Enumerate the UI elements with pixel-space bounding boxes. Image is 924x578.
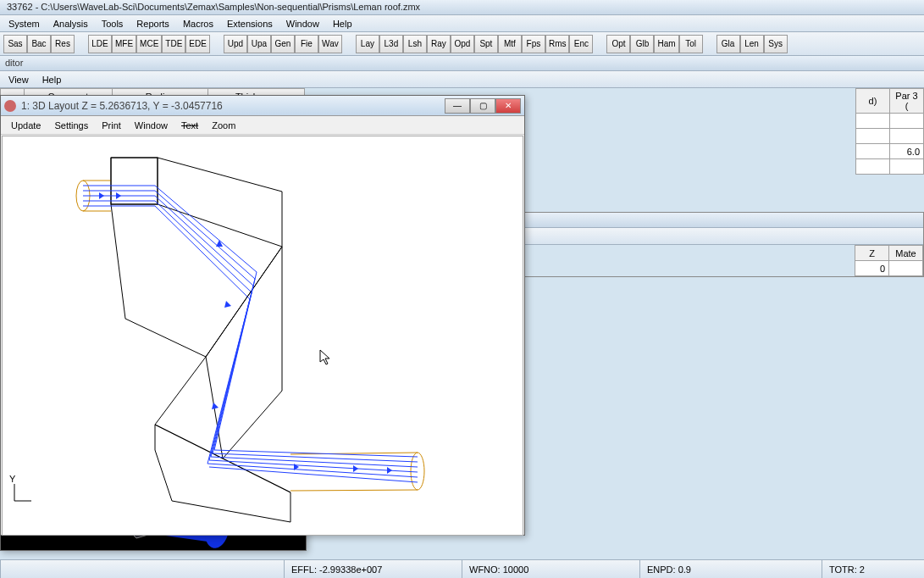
svg-point-20 [411,453,424,490]
toolbar-tde[interactable]: TDE [162,35,185,53]
layout-menu-zoom[interactable]: Zoom [207,119,241,132]
toolbar-lde[interactable]: LDE [88,35,112,53]
lens-menu-view[interactable]: View [3,73,34,86]
lens-menu-help[interactable]: Help [37,73,67,86]
svg-text:Y: Y [9,474,16,484]
menu-tools[interactable]: Tools [97,17,129,31]
status-effl: EFFL: -2.99338e+007 [284,560,462,578]
close-button[interactable]: ✕ [495,98,521,114]
nsc-editor-right-table[interactable]: ZMate 0 [855,245,923,276]
toolbar-rms[interactable]: Rms [545,35,570,53]
layout-menu-settings[interactable]: Settings [49,119,93,132]
menu-window[interactable]: Window [281,17,324,31]
svg-marker-18 [155,425,290,522]
svg-line-28 [155,186,257,272]
svg-line-30 [155,196,253,286]
status-enpd: ENPD: 0.9 [639,560,822,578]
layout-3d-view[interactable]: Y [2,136,523,536]
svg-line-19 [223,459,290,492]
toolbar-opd[interactable]: Opd [451,35,474,53]
svg-marker-51 [387,467,392,474]
svg-marker-47 [224,301,231,308]
svg-marker-45 [116,192,121,199]
menu-macros[interactable]: Macros [178,17,219,31]
layout-menu-window[interactable]: Window [130,119,173,132]
layout-menu-print[interactable]: Print [97,119,126,132]
toolbar-wav[interactable]: Wav [318,35,342,53]
toolbar-sys[interactable]: Sys [764,35,788,53]
toolbar-mce[interactable]: MCE [136,35,162,53]
app-icon [4,100,16,112]
layout-window[interactable]: 1: 3D Layout Z = 5.2636713, Y = -3.04577… [0,95,525,536]
toolbar-opt[interactable]: Opt [606,35,630,53]
toolbar-ham[interactable]: Ham [654,35,678,53]
toolbar-lsh[interactable]: Lsh [403,35,427,53]
svg-line-31 [155,201,252,292]
menu-analysis[interactable]: Analysis [48,17,93,31]
app-menubar: SystemAnalysisToolsReportsMacrosExtensio… [0,15,924,32]
toolbar-upd[interactable]: Upd [224,35,247,53]
toolbar-mtf[interactable]: Mtf [498,35,522,53]
svg-line-22 [290,490,418,491]
toolbar-ray[interactable]: Ray [427,35,451,53]
toolbar-lay[interactable]: Lay [356,35,379,53]
toolbar-fps[interactable]: Fps [522,35,545,53]
menu-reports[interactable]: Reports [131,17,174,31]
svg-marker-44 [99,192,104,199]
toolbar-spt[interactable]: Spt [474,35,498,53]
svg-marker-12 [111,158,282,357]
layout-menu-update[interactable]: Update [6,119,46,132]
app-toolbar: SasBacResLDEMFEMCETDEEDEUpdUpaGenFieWavL… [0,32,924,56]
lens-editor-right-table[interactable]: d)Par 3 ( 6.0 [855,88,924,175]
minimize-button[interactable]: — [445,98,470,114]
app-title: 33762 - C:\Users\WaveLab-Sci\Documents\Z… [7,2,420,12]
layout-menu-text[interactable]: Text [176,119,203,132]
layout-window-titlebar[interactable]: 1: 3D Layout Z = 5.2636713, Y = -3.04577… [1,96,524,116]
menu-help[interactable]: Help [328,17,357,31]
mouse-cursor-icon [320,350,330,365]
lens-editor-menubar: ViewHelp [0,71,924,88]
toolbar-enc[interactable]: Enc [569,35,593,53]
statusbar: EFFL: -2.99338e+007 WFNO: 10000 ENPD: 0.… [0,559,924,578]
status-totr: TOTR: 2 [822,560,924,578]
layout-window-title: 1: 3D Layout Z = 5.2636713, Y = -3.04577… [21,100,445,112]
svg-marker-48 [212,403,219,409]
toolbar-gla[interactable]: Gla [717,35,740,53]
svg-marker-50 [353,465,358,472]
toolbar-mfe[interactable]: MFE [112,35,136,53]
svg-line-43 [209,467,418,482]
menu-system[interactable]: System [3,17,45,31]
svg-line-39 [213,453,418,462]
toolbar-upa[interactable]: Upa [247,35,271,53]
toolbar-gen[interactable]: Gen [271,35,295,53]
toolbar-glb[interactable]: Glb [630,35,654,53]
svg-marker-55 [320,350,329,364]
app-titlebar: 33762 - C:\Users\WaveLab-Sci\Documents\Z… [0,0,924,15]
svg-line-38 [214,450,418,457]
toolbar-ede[interactable]: EDE [185,35,210,53]
toolbar-res[interactable]: Res [51,35,75,53]
svg-marker-46 [216,240,223,247]
layout-window-menubar: UpdateSettingsPrintWindowTextZoom [1,116,524,135]
svg-line-29 [155,191,255,279]
toolbar-len[interactable]: Len [740,35,764,53]
toolbar-sas[interactable]: Sas [3,35,27,53]
menu-extensions[interactable]: Extensions [222,17,278,31]
lens-editor-title: ditor [0,56,924,71]
toolbar-fie[interactable]: Fie [295,35,318,53]
toolbar-tol[interactable]: Tol [679,35,703,53]
status-wfno: WFNO: 10000 [462,560,639,578]
toolbar-l3d[interactable]: L3d [379,35,403,53]
toolbar-bac[interactable]: Bac [27,35,51,53]
maximize-button[interactable]: ▢ [470,98,495,114]
